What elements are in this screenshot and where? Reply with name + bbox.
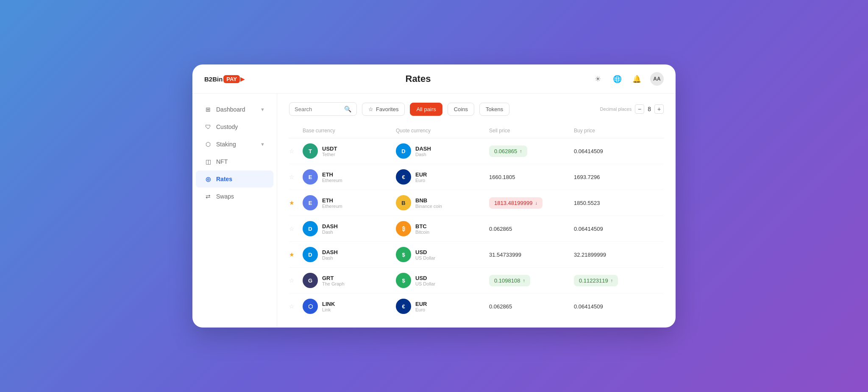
base-currency-cell: ⬡ LINK Link [303,299,396,314]
sidebar: ⊞ Dashboard ▼ 🛡 Custody ⬡ Staking ▼ [192,94,277,328]
quote-symbol: BTC [415,223,429,230]
table-row: ☆ E ETH Ethereum € EUR Euro [289,164,664,190]
base-name: Dash [322,230,338,235]
sell-price: 1813.48199999 ↓ [489,197,542,209]
swaps-icon: ⇄ [204,193,212,200]
base-currency-header: Base currency [303,128,396,134]
eur-icon: € [396,299,411,314]
base-symbol: ETH [322,197,342,204]
eur-icon: € [396,169,411,185]
table-header: Base currency Quote currency Sell price … [289,124,664,138]
btc-icon: ₿ [396,221,411,236]
notification-icon[interactable]: 🔔 [631,73,643,85]
base-name: Tether [322,152,337,157]
chevron-icon: ▼ [260,107,265,112]
base-name: Ethereum [322,178,342,183]
quote-name: US Dollar [415,255,435,260]
eth-icon: E [303,195,318,210]
logo: B2Bin PAY ▶ [204,75,245,83]
sidebar-item-custody[interactable]: 🛡 Custody [196,118,273,135]
buy-price-header: Buy price [574,128,659,134]
quote-name: US Dollar [415,281,435,286]
filter-bar: 🔍 ☆ Favorites All pairs Coins Tokens Dec… [289,102,664,116]
sell-price-cell: 0.062865 [489,303,574,310]
dash-icon: D [303,221,318,236]
sidebar-item-dashboard[interactable]: ⊞ Dashboard ▼ [196,101,273,118]
decimal-plus-button[interactable]: + [654,104,664,114]
sidebar-item-label: Staking [216,141,236,148]
usd-icon: $ [396,247,411,262]
main-content: 🔍 ☆ Favorites All pairs Coins Tokens Dec… [277,94,676,328]
search-input[interactable] [295,106,341,112]
sidebar-item-rates[interactable]: ◎ Rates [196,171,273,188]
table-row: ☆ T USDT Tether D DASH Dash [289,138,664,164]
star-icon: ☆ [368,106,373,112]
base-name: The Graph [322,281,345,286]
eth-icon: E [303,169,318,185]
body: ⊞ Dashboard ▼ 🛡 Custody ⬡ Staking ▼ [192,94,676,328]
sell-price-cell: 0.1098108 ↑ [489,275,574,286]
quote-name: Dash [415,152,431,157]
buy-price-cell: 1693.7296 [574,174,659,180]
sell-price-cell: 0.062865 [489,226,574,232]
usd-icon: $ [396,273,411,288]
language-icon[interactable]: 🌐 [611,73,623,85]
decimal-minus-button[interactable]: − [635,104,644,114]
sell-price-header: Sell price [489,128,574,134]
rates-icon: ◎ [204,175,212,183]
decimal-value: 8 [648,106,651,112]
favorite-star[interactable]: ☆ [289,174,303,180]
quote-currency-cell: € EUR Euro [396,169,489,185]
base-symbol: DASH [322,223,338,230]
all-pairs-button[interactable]: All pairs [410,103,442,116]
sidebar-item-nft[interactable]: ◫ NFT [196,153,273,170]
base-currency-cell: E ETH Ethereum [303,169,396,185]
base-currency-cell: G GRT The Graph [303,273,396,288]
quote-currency-cell: B BNB Binance coin [396,195,489,210]
buy-price-cell: 0.11223119 ↑ [574,275,659,286]
sell-price-cell: 1660.1805 [489,174,574,180]
favorite-star[interactable]: ★ [289,199,303,206]
sidebar-item-label: Dashboard [216,106,245,113]
bnb-icon: B [396,195,411,210]
app-container: B2Bin PAY ▶ Rates ☀ 🌐 🔔 AA ⊞ Dashboard ▼ [192,64,676,328]
table-row: ☆ D DASH Dash ₿ BTC Bitcoin [289,216,664,242]
table-row: ★ E ETH Ethereum B BNB Binance coin [289,190,664,216]
sidebar-item-staking[interactable]: ⬡ Staking ▼ [196,136,273,153]
quote-name: Binance coin [415,204,442,209]
staking-icon: ⬡ [204,140,212,148]
quote-name: Euro [415,178,427,183]
base-symbol: ETH [322,171,342,178]
table-row: ☆ ⬡ LINK Link € EUR Euro [289,294,664,319]
favorite-star[interactable]: ☆ [289,225,303,232]
avatar[interactable]: AA [650,72,664,86]
quote-symbol: EUR [415,301,427,307]
favorites-button[interactable]: ☆ Favorites [362,103,405,116]
quote-symbol: DASH [415,146,431,152]
sell-price: 0.1098108 ↑ [489,275,530,286]
base-symbol: GRT [322,275,345,281]
grt-icon: G [303,273,318,288]
base-currency-cell: D DASH Dash [303,247,396,262]
buy-price-cell: 1850.5523 [574,200,659,206]
quote-name: Euro [415,307,427,312]
theme-icon[interactable]: ☀ [592,73,604,85]
quote-currency-header: Quote currency [396,128,489,134]
dash-icon: D [303,247,318,262]
dash-icon: D [396,143,411,159]
base-name: Link [322,307,335,312]
sidebar-item-label: Rates [216,176,232,182]
favorite-star[interactable]: ☆ [289,303,303,310]
tokens-button[interactable]: Tokens [479,103,509,116]
header: B2Bin PAY ▶ Rates ☀ 🌐 🔔 AA [192,64,676,94]
favorite-star[interactable]: ☆ [289,277,303,284]
quote-name: Bitcoin [415,230,429,235]
coins-button[interactable]: Coins [448,103,474,116]
decimal-label: Decimal places [600,106,632,112]
favorite-star[interactable]: ☆ [289,148,303,154]
search-box[interactable]: 🔍 [289,102,357,116]
logo-arrow: ▶ [240,76,245,82]
sidebar-item-swaps[interactable]: ⇄ Swaps [196,188,273,205]
favorite-star[interactable]: ★ [289,251,303,258]
table-row: ☆ G GRT The Graph $ USD US Dollar [289,268,664,294]
